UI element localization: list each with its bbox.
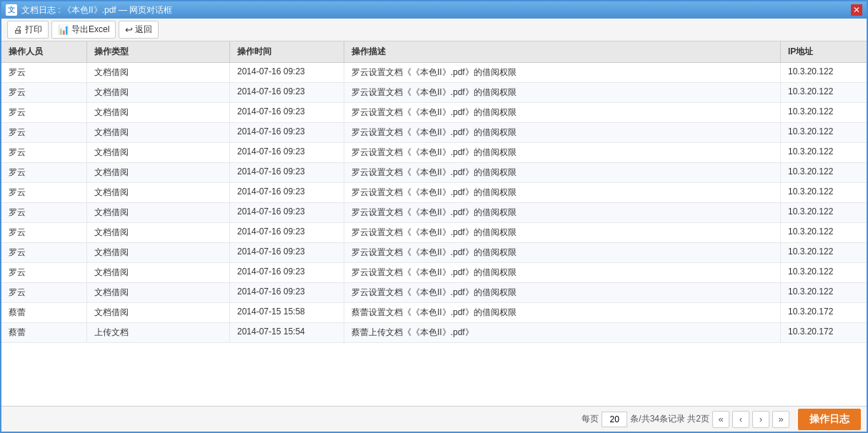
td-time: 2014-07-16 09:23 [230, 163, 344, 182]
table-row: 罗云 文档借阅 2014-07-16 09:23 罗云设置文档《《本色II》.p… [1, 123, 867, 143]
table-row: 罗云 文档借阅 2014-07-16 09:23 罗云设置文档《《本色II》.p… [1, 143, 867, 163]
export-excel-button[interactable]: 📊 导出Excel [51, 21, 116, 39]
page-size-input[interactable] [602, 412, 627, 427]
td-operator: 罗云 [1, 183, 87, 202]
td-type: 文档借阅 [87, 183, 230, 202]
table-row: 罗云 文档借阅 2014-07-16 09:23 罗云设置文档《《本色II》.p… [1, 243, 867, 263]
table-row: 蔡蕾 文档借阅 2014-07-15 15:58 蔡蕾设置文档《《本色II》.p… [1, 303, 867, 323]
td-time: 2014-07-16 09:23 [230, 283, 344, 302]
td-desc: 罗云设置文档《《本色II》.pdf》的借阅权限 [344, 223, 781, 242]
td-time: 2014-07-15 15:54 [230, 323, 344, 342]
td-operator: 罗云 [1, 63, 87, 82]
print-icon: 🖨 [14, 24, 23, 35]
td-time: 2014-07-16 09:23 [230, 183, 344, 202]
td-desc: 罗云设置文档《《本色II》.pdf》的借阅权限 [344, 103, 781, 122]
td-ip: 10.3.20.122 [781, 83, 867, 102]
table-row: 蔡蕾 上传文档 2014-07-15 15:54 蔡蕾上传文档《《本色II》.p… [1, 323, 867, 343]
table-header: 操作人员 操作类型 操作时间 操作描述 IP地址 [1, 41, 867, 63]
table-body: 罗云 文档借阅 2014-07-16 09:23 罗云设置文档《《本色II》.p… [1, 63, 867, 406]
td-ip: 10.3.20.172 [781, 303, 867, 322]
main-window: 文 文档日志 : 《本色II》.pdf — 网页对话框 ✕ 🖨 打印 📊 导出E… [0, 0, 868, 433]
td-time: 2014-07-16 09:23 [230, 83, 344, 102]
export-label: 导出Excel [71, 24, 109, 36]
td-ip: 10.3.20.122 [781, 243, 867, 262]
td-desc: 罗云设置文档《《本色II》.pdf》的借阅权限 [344, 203, 781, 222]
first-page-button[interactable]: « [712, 411, 729, 428]
td-desc: 罗云设置文档《《本色II》.pdf》的借阅权限 [344, 163, 781, 182]
td-operator: 蔡蕾 [1, 323, 87, 342]
td-type: 上传文档 [87, 323, 230, 342]
excel-icon: 📊 [58, 24, 69, 35]
td-type: 文档借阅 [87, 103, 230, 122]
td-type: 文档借阅 [87, 303, 230, 322]
td-desc: 罗云设置文档《《本色II》.pdf》的借阅权限 [344, 123, 781, 142]
th-ip: IP地址 [781, 41, 867, 62]
td-operator: 罗云 [1, 163, 87, 182]
table-row: 罗云 文档借阅 2014-07-16 09:23 罗云设置文档《《本色II》.p… [1, 203, 867, 223]
td-operator: 罗云 [1, 103, 87, 122]
td-type: 文档借阅 [87, 203, 230, 222]
title-bar: 文 文档日志 : 《本色II》.pdf — 网页对话框 ✕ [1, 1, 867, 19]
td-type: 文档借阅 [87, 83, 230, 102]
th-type: 操作类型 [87, 41, 230, 62]
td-operator: 罗云 [1, 203, 87, 222]
table-row: 罗云 文档借阅 2014-07-16 09:23 罗云设置文档《《本色II》.p… [1, 183, 867, 203]
print-label: 打印 [25, 24, 42, 36]
table-row: 罗云 文档借阅 2014-07-16 09:23 罗云设置文档《《本色II》.p… [1, 283, 867, 303]
td-time: 2014-07-16 09:23 [230, 123, 344, 142]
table-row: 罗云 文档借阅 2014-07-16 09:23 罗云设置文档《《本色II》.p… [1, 163, 867, 183]
td-ip: 10.3.20.172 [781, 323, 867, 342]
td-ip: 10.3.20.122 [781, 123, 867, 142]
td-time: 2014-07-16 09:23 [230, 103, 344, 122]
th-desc: 操作描述 [344, 41, 781, 62]
td-ip: 10.3.20.122 [781, 163, 867, 182]
td-operator: 罗云 [1, 283, 87, 302]
td-type: 文档借阅 [87, 123, 230, 142]
td-time: 2014-07-16 09:23 [230, 223, 344, 242]
table-row: 罗云 文档借阅 2014-07-16 09:23 罗云设置文档《《本色II》.p… [1, 83, 867, 103]
td-time: 2014-07-15 15:58 [230, 303, 344, 322]
close-button[interactable]: ✕ [851, 4, 862, 16]
td-operator: 罗云 [1, 263, 87, 282]
footer-info: 每页 条/共34条记录 共2页 [582, 412, 709, 427]
td-desc: 罗云设置文档《《本色II》.pdf》的借阅权限 [344, 83, 781, 102]
td-operator: 罗云 [1, 243, 87, 262]
td-time: 2014-07-16 09:23 [230, 203, 344, 222]
td-desc: 罗云设置文档《《本色II》.pdf》的借阅权限 [344, 63, 781, 82]
td-time: 2014-07-16 09:23 [230, 243, 344, 262]
td-operator: 罗云 [1, 123, 87, 142]
back-icon: ↩ [125, 24, 133, 35]
audit-badge: 操作日志 [798, 409, 861, 430]
table-container: 操作人员 操作类型 操作时间 操作描述 IP地址 罗云 文档借阅 2014-07… [1, 41, 867, 406]
title-bar-left: 文 文档日志 : 《本色II》.pdf — 网页对话框 [6, 4, 172, 16]
td-ip: 10.3.20.122 [781, 283, 867, 302]
next-page-button[interactable]: › [752, 411, 769, 428]
td-type: 文档借阅 [87, 143, 230, 162]
td-desc: 罗云设置文档《《本色II》.pdf》的借阅权限 [344, 243, 781, 262]
last-page-button[interactable]: » [772, 411, 789, 428]
td-ip: 10.3.20.122 [781, 103, 867, 122]
td-operator: 蔡蕾 [1, 303, 87, 322]
td-ip: 10.3.20.122 [781, 183, 867, 202]
prev-page-button[interactable]: ‹ [732, 411, 749, 428]
page-label: 每页 [582, 413, 599, 425]
td-desc: 罗云设置文档《《本色II》.pdf》的借阅权限 [344, 263, 781, 282]
back-button[interactable]: ↩ 返回 [119, 21, 159, 39]
td-time: 2014-07-16 09:23 [230, 63, 344, 82]
td-type: 文档借阅 [87, 243, 230, 262]
toolbar: 🖨 打印 📊 导出Excel ↩ 返回 [1, 19, 867, 41]
td-desc: 蔡蕾上传文档《《本色II》.pdf》 [344, 323, 781, 342]
window-icon: 文 [6, 4, 17, 16]
td-time: 2014-07-16 09:23 [230, 263, 344, 282]
print-button[interactable]: 🖨 打印 [7, 21, 49, 39]
table-row: 罗云 文档借阅 2014-07-16 09:23 罗云设置文档《《本色II》.p… [1, 263, 867, 283]
td-ip: 10.3.20.122 [781, 143, 867, 162]
td-operator: 罗云 [1, 83, 87, 102]
td-desc: 罗云设置文档《《本色II》.pdf》的借阅权限 [344, 143, 781, 162]
td-desc: 罗云设置文档《《本色II》.pdf》的借阅权限 [344, 283, 781, 302]
td-ip: 10.3.20.122 [781, 263, 867, 282]
th-operator: 操作人员 [1, 41, 87, 62]
td-ip: 10.3.20.122 [781, 63, 867, 82]
td-ip: 10.3.20.122 [781, 223, 867, 242]
th-time: 操作时间 [230, 41, 344, 62]
